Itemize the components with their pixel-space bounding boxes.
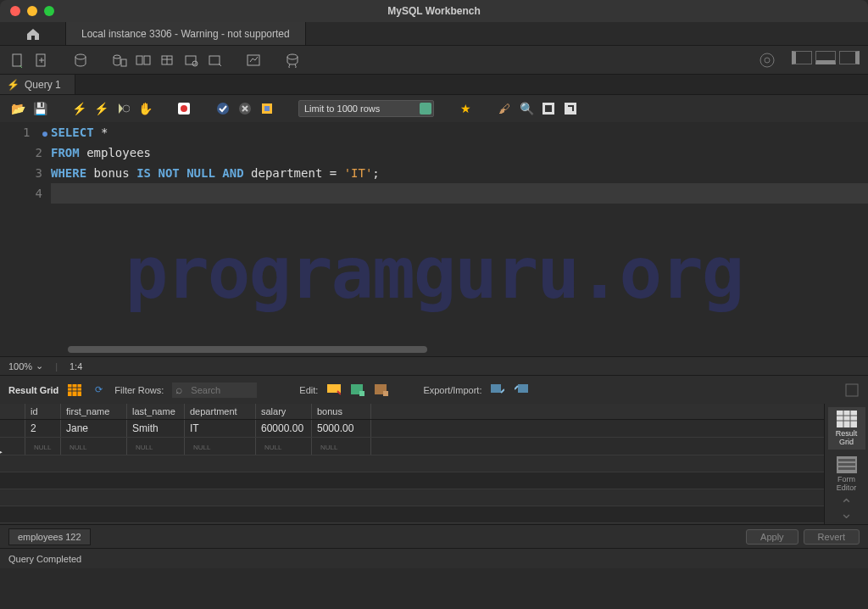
svg-rect-25	[68, 384, 81, 396]
status-text: Query Completed	[8, 554, 81, 564]
commit-icon[interactable]	[176, 101, 192, 116]
apply-button[interactable]: Apply	[746, 529, 798, 545]
svg-rect-10	[209, 56, 220, 64]
db-connect-icon[interactable]	[71, 51, 90, 70]
check-icon[interactable]	[215, 101, 231, 116]
svg-point-14	[765, 58, 770, 63]
find-icon[interactable]: 🔍	[519, 101, 534, 116]
refresh-icon[interactable]: ⟳	[91, 383, 106, 398]
col-department[interactable]: department	[185, 404, 256, 419]
col-id[interactable]: id	[25, 404, 61, 419]
maximize-window-button[interactable]	[44, 6, 54, 16]
table-row-null[interactable]: NULL NULL NULL NULL NULL NULL	[0, 438, 824, 455]
filter-rows-label: Filter Rows:	[114, 385, 164, 395]
bottom-tabbar: employees 122 Apply Revert	[0, 524, 868, 548]
connection-tabs: Local instance 3306 - Warning - not supp…	[0, 22, 868, 46]
stop-icon[interactable]: ✋	[137, 101, 153, 116]
col-last-name[interactable]: last_name	[127, 404, 185, 419]
save-file-icon[interactable]: 💾	[32, 101, 47, 116]
revert-button[interactable]: Revert	[804, 529, 860, 545]
export-import-label: Export/Import:	[423, 385, 481, 395]
wrap-cell-icon[interactable]	[844, 383, 860, 398]
svg-rect-6	[144, 56, 150, 64]
open-file-icon[interactable]: 📂	[10, 101, 25, 116]
execute-icon[interactable]: ⚡	[71, 101, 86, 116]
query-tabs: ⚡ Query 1	[0, 75, 868, 95]
toggle-2-icon[interactable]	[563, 101, 578, 116]
row-limit-select[interactable]: Limit to 1000 rows	[298, 100, 434, 117]
grid-caret-icon: ▶	[0, 444, 3, 458]
schema-icon-3[interactable]	[158, 51, 176, 70]
svg-rect-0	[13, 54, 21, 66]
result-grid-tab[interactable]: Result Grid	[828, 407, 865, 450]
beautify-icon[interactable]: 🖌	[497, 101, 512, 116]
toggle-1-icon[interactable]	[541, 101, 556, 116]
connection-tab[interactable]: Local instance 3306 - Warning - not supp…	[66, 22, 306, 45]
schema-icon-2[interactable]	[134, 51, 153, 70]
svg-rect-28	[359, 391, 364, 396]
schema-icon-5[interactable]	[205, 51, 224, 70]
svg-rect-21	[264, 106, 270, 111]
panel-right-toggle[interactable]	[839, 51, 860, 64]
delete-row-icon[interactable]	[374, 383, 389, 398]
add-row-icon[interactable]	[350, 383, 365, 398]
schema-icon-4[interactable]	[181, 51, 200, 70]
svg-rect-38	[838, 467, 855, 470]
editor-scrollbar[interactable]	[68, 346, 427, 353]
svg-rect-8	[186, 56, 196, 64]
svg-rect-31	[491, 384, 501, 393]
query-tab-label: Query 1	[25, 79, 61, 91]
query-tab[interactable]: ⚡ Query 1	[0, 75, 75, 94]
result-grid: ▶ id first_name last_name department sal…	[0, 404, 868, 524]
execute-current-icon[interactable]: ⚡	[93, 101, 108, 116]
titlebar: MySQL Workbench	[0, 0, 868, 22]
grid-view-icon[interactable]	[67, 383, 82, 398]
svg-rect-23	[545, 105, 552, 112]
star-icon[interactable]: ★	[458, 101, 473, 116]
snippet-icon[interactable]	[259, 101, 275, 116]
svg-rect-37	[838, 463, 855, 466]
form-icon	[837, 456, 857, 473]
svg-rect-34	[837, 411, 857, 427]
scroll-chevrons-icon[interactable]: ⌃⌄	[840, 500, 853, 517]
bolt-icon: ⚡	[7, 79, 19, 91]
edit-row-icon[interactable]	[326, 383, 342, 398]
svg-point-17	[181, 105, 187, 112]
close-window-button[interactable]	[10, 6, 20, 16]
home-tab[interactable]	[0, 22, 66, 45]
cursor-position: 1:4	[70, 361, 82, 372]
open-sql-file-icon[interactable]	[32, 51, 51, 70]
filter-search-input[interactable]	[172, 383, 257, 398]
result-tab[interactable]: employees 122	[8, 528, 91, 545]
svg-rect-11	[248, 55, 259, 65]
svg-point-3	[114, 55, 120, 59]
svg-point-13	[760, 53, 774, 67]
new-sql-file-icon[interactable]	[8, 51, 27, 70]
panel-left-toggle[interactable]	[792, 51, 812, 64]
sql-editor[interactable]: 1 ●234 SELECT * FROM employees WHERE bon…	[0, 122, 868, 356]
db-refresh-icon[interactable]	[283, 51, 302, 70]
panel-bottom-toggle[interactable]	[815, 51, 836, 64]
table-row[interactable]: 2 Jane Smith IT 60000.00 5000.00	[0, 420, 824, 438]
import-icon[interactable]	[514, 383, 529, 398]
edit-label: Edit:	[299, 385, 318, 395]
form-editor-tab[interactable]: Form Editor	[828, 453, 865, 495]
editor-toolbar: 📂 💾 ⚡ ⚡ ✋ Limit to 1000 rows ★ 🖌 🔍	[0, 95, 868, 122]
svg-rect-33	[846, 384, 858, 396]
grid-sidebar: Result Grid Form Editor ⌃⌄	[824, 404, 868, 524]
cancel-icon[interactable]	[237, 101, 253, 116]
svg-point-9	[192, 61, 198, 66]
svg-point-15	[123, 105, 130, 112]
minimize-window-button[interactable]	[27, 6, 37, 16]
settings-gear-icon[interactable]	[758, 51, 776, 70]
explain-icon[interactable]	[115, 101, 131, 116]
grid-header: id first_name last_name department salar…	[0, 404, 824, 420]
result-toolbar: Result Grid ⟳ Filter Rows: Edit: Export/…	[0, 375, 868, 404]
col-salary[interactable]: salary	[256, 404, 312, 419]
zoom-level[interactable]: 100%	[8, 361, 32, 372]
query-stats-icon[interactable]	[244, 51, 263, 70]
export-icon[interactable]	[490, 383, 505, 398]
schema-icon-1[interactable]	[110, 51, 129, 70]
col-bonus[interactable]: bonus	[312, 404, 371, 419]
col-first-name[interactable]: first_name	[61, 404, 127, 419]
